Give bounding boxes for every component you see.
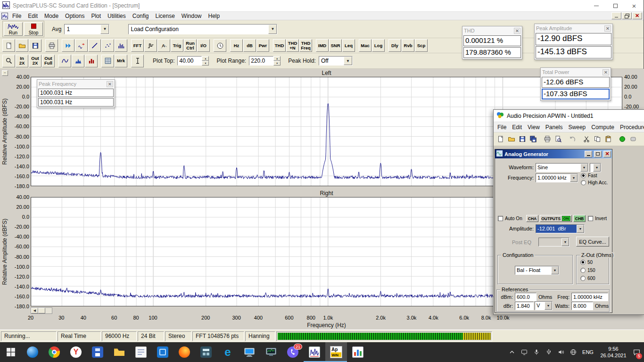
print-button[interactable] bbox=[45, 39, 58, 52]
mdi-close-button[interactable]: ✕ bbox=[632, 12, 642, 19]
menu-help[interactable]: Help bbox=[205, 12, 223, 20]
channel-a-button[interactable]: CHA bbox=[526, 215, 538, 222]
taskbar-file-explorer[interactable] bbox=[108, 342, 130, 362]
chevron-down-icon[interactable]: ▼ bbox=[570, 174, 578, 182]
ap-print-preview-button[interactable] bbox=[553, 133, 563, 145]
menu-license[interactable]: License bbox=[152, 12, 178, 20]
plot-top-spinner[interactable]: 40.00 ▲▼ bbox=[177, 56, 209, 66]
new-file-button[interactable] bbox=[2, 39, 15, 52]
run-button[interactable]: Run bbox=[4, 22, 23, 36]
grid-view-button[interactable] bbox=[101, 55, 114, 67]
zoom-out-full-button[interactable]: Out Full bbox=[42, 55, 55, 67]
eq-curve-button[interactable]: EQ Curve... bbox=[576, 237, 609, 247]
leq-utility-button[interactable]: Leq bbox=[342, 39, 355, 52]
generator-maximize-button[interactable] bbox=[594, 151, 602, 157]
channel-b-button[interactable]: CHB bbox=[573, 215, 586, 222]
plot-top-value[interactable]: 40.00 bbox=[177, 56, 202, 66]
fft-settings-button[interactable]: FFT bbox=[131, 39, 144, 52]
apwin-menu-compute[interactable]: Compute bbox=[588, 123, 617, 132]
snr-utility-button[interactable]: SNR bbox=[329, 39, 342, 52]
apwin-menu-panels[interactable]: Panels bbox=[543, 123, 566, 132]
frequency-select[interactable]: 1.00000 kHz▼ bbox=[536, 173, 578, 182]
tray-usb-icon[interactable] bbox=[543, 343, 554, 362]
menu-config[interactable]: Config bbox=[129, 12, 152, 20]
chevron-down-icon[interactable]: ▼ bbox=[551, 266, 559, 274]
open-file-button[interactable] bbox=[16, 39, 28, 52]
macro-button[interactable]: Mac bbox=[359, 39, 372, 52]
zout-150-radio[interactable]: 150 bbox=[580, 268, 595, 273]
amplitude-input[interactable]: -12.001 dBr▼ bbox=[536, 224, 585, 233]
scroll-thumb[interactable] bbox=[38, 308, 45, 313]
trigger-button[interactable]: Trig bbox=[171, 39, 183, 52]
apwin-menu-procedure[interactable]: Procedure bbox=[617, 123, 644, 132]
menu-utilities[interactable]: Utilities bbox=[104, 12, 129, 20]
menu-options[interactable]: Options bbox=[62, 12, 88, 20]
apwin-menu-file[interactable]: File bbox=[495, 123, 509, 132]
taskbar-calculator[interactable] bbox=[195, 342, 217, 362]
taskbar-yandex[interactable]: Y bbox=[65, 342, 87, 362]
averages-select[interactable]: 1 ▼ bbox=[64, 24, 109, 34]
chevron-down-icon[interactable]: ▼ bbox=[545, 302, 552, 310]
chevron-down-icon[interactable]: ▼ bbox=[100, 25, 109, 34]
close-icon[interactable]: ✕ bbox=[514, 28, 520, 34]
taskbar-apwin[interactable]: ApWiN bbox=[325, 342, 347, 362]
watts-input[interactable]: 8.000 bbox=[571, 302, 593, 310]
menu-plot[interactable]: Plot bbox=[88, 12, 104, 20]
transfer-button[interactable] bbox=[75, 39, 88, 52]
zoom-out-2x-button[interactable]: Out 2X bbox=[29, 55, 41, 67]
decibel-units-button[interactable]: dB bbox=[243, 39, 256, 52]
outputs-on-button[interactable]: OUTPUTSON bbox=[540, 215, 572, 222]
taskbar-notepad[interactable] bbox=[130, 342, 152, 362]
fast-forward-button[interactable] bbox=[62, 39, 74, 52]
scroll-left-icon[interactable]: ◀ bbox=[31, 308, 38, 313]
marker-button[interactable]: Mrk bbox=[115, 55, 127, 67]
speed-high-acc-radio[interactable]: High Acc. bbox=[581, 180, 608, 185]
generator-minimize-button[interactable] bbox=[585, 151, 592, 157]
plot-range-spinner[interactable]: 220.0 ▲▼ bbox=[249, 56, 281, 66]
menu-edit[interactable]: Edit bbox=[25, 12, 41, 20]
analog-generator-title-bar[interactable]: Analog Generator ✕ bbox=[495, 149, 612, 158]
taskbar-spectraplus[interactable] bbox=[304, 342, 325, 362]
taskbar-system-monitor[interactable] bbox=[239, 342, 260, 362]
logging-button[interactable]: Log bbox=[372, 39, 385, 52]
zout-600-radio[interactable]: 600 bbox=[580, 276, 595, 281]
invert-checkbox[interactable]: Invert bbox=[588, 216, 607, 221]
close-button[interactable]: × bbox=[625, 0, 644, 12]
ap-cut-button[interactable] bbox=[581, 133, 592, 145]
apwin-menu-sweep[interactable]: Sweep bbox=[566, 123, 589, 132]
taskbar-backup-app[interactable] bbox=[87, 342, 108, 362]
zoom-in-2x-button[interactable]: In 2X bbox=[16, 55, 28, 67]
close-icon[interactable]: ✕ bbox=[604, 25, 611, 32]
apwin-menu-view[interactable]: View bbox=[525, 123, 543, 132]
apwin-title-bar[interactable]: Audio Precision APWIN - Untitled1 bbox=[494, 110, 644, 122]
taskbar-sphere-app[interactable] bbox=[22, 342, 43, 362]
maximize-button[interactable] bbox=[606, 0, 625, 12]
tray-speaker-icon[interactable] bbox=[555, 343, 567, 362]
zoom-button[interactable] bbox=[2, 55, 15, 67]
plot-line-mode-button[interactable] bbox=[58, 55, 71, 67]
run-control-button[interactable]: Run Ctrl bbox=[184, 39, 197, 52]
imd-utility-button[interactable]: IMD bbox=[316, 39, 329, 52]
zout-50-radio[interactable]: 50 bbox=[580, 260, 593, 265]
tray-clock[interactable]: 9:56 26.04.2021 bbox=[597, 346, 630, 359]
slope-button[interactable] bbox=[88, 39, 101, 52]
peak-hold-select[interactable]: Off ▼ bbox=[319, 56, 353, 66]
ref-freq-input[interactable]: 1.00000 kHz bbox=[571, 293, 608, 301]
tray-network-icon[interactable] bbox=[568, 343, 579, 362]
tray-mic-icon[interactable] bbox=[531, 343, 542, 362]
total-power-panel[interactable]: Total Power✕ -12.06 dBFS -107.33 dBFS bbox=[540, 67, 611, 101]
plot-range-value[interactable]: 220.0 bbox=[249, 56, 273, 66]
ap-new-button[interactable] bbox=[495, 133, 506, 145]
menu-file[interactable]: File bbox=[9, 12, 25, 20]
taskbar-blue-app[interactable] bbox=[152, 342, 173, 362]
configuration-select[interactable]: Bal - Float▼ bbox=[515, 266, 559, 275]
dbr-input[interactable]: 1.840 bbox=[515, 302, 534, 310]
mdi-restore-button[interactable] bbox=[622, 12, 632, 19]
ap-copy-button[interactable] bbox=[592, 133, 603, 145]
speed-fast-radio[interactable]: Fast bbox=[581, 173, 597, 178]
power-units-button[interactable]: Pwr bbox=[256, 39, 269, 52]
peak-frequency-panel[interactable]: Peak Frequency✕ 1000.031 Hz 1000.031 Hz bbox=[37, 79, 115, 108]
chevron-down-icon[interactable]: ▼ bbox=[580, 164, 588, 172]
tray-language[interactable]: ENG bbox=[580, 343, 596, 362]
dots-display-button[interactable] bbox=[101, 39, 114, 52]
